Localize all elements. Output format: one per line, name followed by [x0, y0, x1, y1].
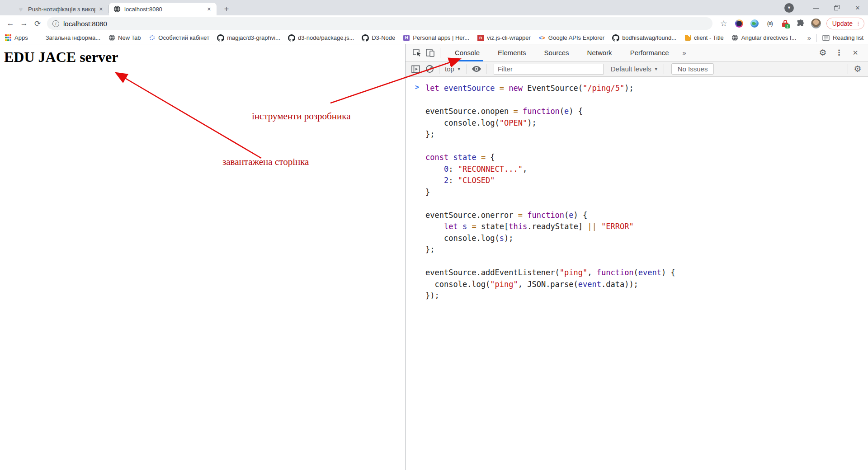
- clear-console-icon[interactable]: [423, 63, 436, 75]
- browser-tab-inactive[interactable]: ♥ Push-нотифікація з використанн ✕: [13, 3, 108, 15]
- bookmark-item-apps[interactable]: Apps: [5, 34, 28, 42]
- browser-tab-strip: ♥ Push-нотифікація з використанн ✕ local…: [0, 0, 868, 15]
- back-icon[interactable]: ←: [4, 17, 17, 30]
- lock-badge: 1: [785, 24, 790, 28]
- bookmark-item[interactable]: New Tab: [108, 34, 141, 42]
- earth-extension-icon[interactable]: [748, 17, 761, 30]
- page-info-icon[interactable]: i: [52, 20, 59, 27]
- bookmark-item[interactable]: H Personal apps | Her...: [403, 34, 469, 42]
- profile-avatar[interactable]: [809, 17, 823, 30]
- bookmark-item[interactable]: n viz.js-cli-wrapper: [477, 34, 531, 42]
- content-area: EDU JACE server інструменти розробника з…: [0, 44, 868, 470]
- paren-extension-icon[interactable]: (≡): [763, 17, 777, 30]
- annotation-devtools: інструменти розробника: [252, 111, 350, 122]
- console-prompt-chevron: >: [415, 83, 419, 91]
- devtools-tab-performance[interactable]: Performance: [621, 44, 678, 61]
- browser-update-icon[interactable]: ▼: [784, 3, 794, 13]
- log-levels-dropdown[interactable]: Default levels ▼: [611, 65, 658, 73]
- github-icon: [288, 34, 295, 42]
- rendered-page: EDU JACE server інструменти розробника з…: [0, 44, 405, 470]
- bookmark-item[interactable]: Angular directives f...: [731, 34, 796, 42]
- globe-icon: [108, 34, 115, 42]
- no-issues-badge[interactable]: No Issues: [671, 63, 714, 75]
- window-close-button[interactable]: ✕: [847, 0, 868, 15]
- divider: [664, 64, 664, 74]
- github-icon: [612, 34, 619, 42]
- reading-list-icon: [822, 34, 830, 42]
- globe-favicon-icon: [113, 5, 121, 13]
- sticky-note-icon: [684, 34, 691, 42]
- inspect-element-icon[interactable]: [410, 47, 424, 59]
- forward-icon[interactable]: →: [17, 17, 31, 30]
- divider: [467, 64, 467, 74]
- device-toolbar-icon[interactable]: [424, 47, 437, 59]
- tab-close-icon[interactable]: ✕: [206, 5, 212, 13]
- divider: [439, 64, 439, 74]
- tab-title: localhost:8080: [124, 6, 203, 13]
- bookmarks-overflow-chevron[interactable]: »: [807, 34, 811, 42]
- divider: [816, 34, 817, 42]
- console-filter-input[interactable]: [494, 64, 604, 75]
- tab-title: Push-нотифікація з використанн: [28, 6, 95, 13]
- code-tag-icon: <>: [538, 34, 546, 42]
- reading-list-button[interactable]: Reading list: [822, 34, 863, 42]
- url-text: localhost:8080: [63, 20, 107, 28]
- address-bar: ← → ⟳ i localhost:8080 ☆ (≡) 1 Update ⋮: [0, 15, 868, 32]
- instagram-extension-icon[interactable]: [732, 17, 746, 30]
- devtools-more-tabs-chevron[interactable]: »: [678, 49, 691, 56]
- console-settings-gear-icon[interactable]: ⚙: [854, 64, 861, 74]
- divider: [486, 64, 486, 74]
- console-code: let eventSource = new EventSource("/ping…: [425, 83, 868, 302]
- chevron-down-icon: ▼: [654, 67, 658, 71]
- globe-icon: [731, 34, 739, 42]
- devtools-tab-elements[interactable]: Elements: [489, 44, 535, 61]
- bookmark-item[interactable]: D3-Node: [362, 34, 395, 42]
- bookmark-item[interactable]: Загальна інформа...: [36, 34, 100, 42]
- window-minimize-button[interactable]: —: [806, 0, 826, 15]
- console-toolbar: top ▼ Default levels ▼ No Issues ⚙: [406, 61, 868, 77]
- github-icon: [217, 34, 224, 42]
- browser-tab-active[interactable]: localhost:8080 ✕: [109, 3, 217, 15]
- window-restore-button[interactable]: [826, 0, 847, 15]
- bookmark-item[interactable]: Особистий кабінет: [148, 34, 209, 42]
- page-title: EDU JACE server: [4, 49, 118, 66]
- devtools-tab-sources[interactable]: Sources: [535, 44, 578, 61]
- devtools-tab-console[interactable]: Console: [446, 44, 489, 61]
- devtools-tab-bar: Console Elements Sources Network Perform…: [406, 44, 868, 61]
- chevron-down-icon: ▼: [457, 67, 461, 71]
- console-entry: > let eventSource = new EventSource("/pi…: [406, 77, 868, 302]
- divider: [848, 64, 848, 74]
- browser-menu-dots-icon[interactable]: ⋮: [855, 20, 861, 27]
- puzzle-extensions-icon[interactable]: [794, 17, 807, 30]
- devtools-settings-gear-icon[interactable]: ⚙: [819, 47, 826, 58]
- update-button[interactable]: Update ⋮: [826, 18, 864, 29]
- divider: [440, 48, 440, 58]
- dotted-circle-icon: [148, 34, 156, 42]
- heart-favicon-icon: ♥: [17, 5, 24, 13]
- bookmarks-bar: Apps Загальна інформа... New Tab Особист…: [0, 32, 868, 44]
- annotation-loaded-page: завантажена сторінка: [222, 156, 309, 168]
- bookmark-star-icon[interactable]: ☆: [720, 19, 727, 28]
- tab-close-icon[interactable]: ✕: [98, 5, 104, 13]
- eye-icon[interactable]: [470, 63, 483, 75]
- github-icon: [362, 34, 369, 42]
- context-selector-dropdown[interactable]: top ▼: [445, 65, 461, 73]
- devtools-close-icon[interactable]: ✕: [853, 49, 859, 57]
- bookmark-item[interactable]: client - Title: [684, 34, 724, 42]
- bookmark-item[interactable]: d3-node/package.js...: [288, 34, 354, 42]
- devtools-tab-network[interactable]: Network: [578, 44, 621, 61]
- console-sidebar-icon[interactable]: [409, 63, 423, 75]
- apps-grid-icon: [5, 34, 12, 42]
- ukraine-flag-icon: [36, 34, 43, 42]
- devtools-menu-dots-icon[interactable]: ⋮: [835, 48, 843, 57]
- console-output-area[interactable]: > let eventSource = new EventSource("/pi…: [406, 77, 868, 470]
- heroku-icon: H: [403, 34, 410, 42]
- bookmark-item[interactable]: bodhisatwag/found...: [612, 34, 676, 42]
- new-tab-button[interactable]: +: [220, 3, 233, 15]
- npm-icon: n: [477, 34, 484, 42]
- bookmark-item[interactable]: magjac/d3-graphvi...: [217, 34, 280, 42]
- bookmark-item[interactable]: <> Google APIs Explorer: [538, 34, 604, 42]
- url-omnibox[interactable]: i localhost:8080: [47, 17, 712, 30]
- reload-icon[interactable]: ⟳: [31, 17, 44, 30]
- lock-extension-icon[interactable]: 1: [778, 17, 792, 30]
